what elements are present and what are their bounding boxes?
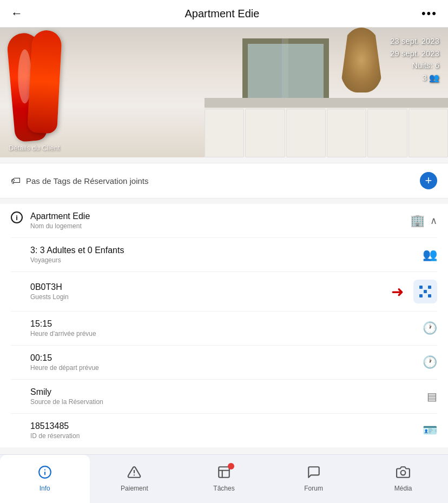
app-header: ← Apartment Edie ••• <box>0 0 448 28</box>
more-options-button[interactable]: ••• <box>421 6 437 21</box>
back-button[interactable]: ← <box>11 6 23 21</box>
media-nav-icon <box>396 465 410 482</box>
nav-tab-media[interactable]: Média <box>358 455 448 503</box>
property-name-value: Apartment Edie <box>30 211 90 221</box>
nav-tab-paiement[interactable]: Paiement <box>90 455 180 503</box>
building-icon: 🏢 <box>410 214 425 228</box>
payment-nav-icon <box>127 465 141 482</box>
property-name-row: i Apartment Edie Nom du logement 🏢 ∧ <box>11 204 437 238</box>
id-card-icon: 🪪 <box>423 423 437 438</box>
guests-label: Voyageurs <box>30 256 124 264</box>
page-title: Apartment Edie <box>185 8 260 20</box>
tasks-badge <box>228 463 234 469</box>
booking-source-label: Source de la Réservation <box>30 398 103 406</box>
nav-tab-taches[interactable]: Tâches <box>179 455 269 503</box>
arrival-time-row: 15:15 Heure d'arrivée prévue 🕐 <box>11 312 437 346</box>
nav-label-forum: Forum <box>304 485 323 492</box>
tags-left: 🏷 Pas de Tags de Réservation joints <box>11 175 149 187</box>
guests-value: 3: 3 Adultes et 0 Enfants <box>30 246 124 255</box>
guests-login-row: 0B0T3H Guests Login ➜ <box>11 272 437 312</box>
tasks-nav-icon <box>217 465 231 482</box>
nights-count: Nuits: 6 <box>390 59 439 72</box>
nav-tab-forum[interactable]: Forum <box>269 455 359 503</box>
property-image: 23 sept. 2023 29 sept. 2023 Nuits: 6 3 👥… <box>0 28 448 157</box>
guests-overlay: 3 👥 <box>390 72 439 84</box>
booking-source-value: Smily <box>30 387 103 397</box>
departure-time-row: 00:15 Heure de départ prévue 🕐 <box>11 346 437 380</box>
departure-time-label: Heure de départ prévue <box>30 364 99 372</box>
add-tag-button[interactable]: + <box>420 172 437 189</box>
departure-time-value: 00:15 <box>30 353 99 363</box>
booking-id-label: ID de réservation <box>30 432 80 440</box>
red-arrow-icon: ➜ <box>391 283 404 301</box>
tag-icon: 🏷 <box>11 175 21 187</box>
tags-section: 🏷 Pas de Tags de Réservation joints + <box>0 163 448 198</box>
nav-label-media: Média <box>394 485 412 492</box>
arrival-time-label: Heure d'arrivée prévue <box>30 330 96 337</box>
guests-row: 3: 3 Adultes et 0 Enfants Voyageurs 👥 <box>11 238 437 272</box>
info-nav-icon <box>38 465 52 482</box>
arrival-time-value: 15:15 <box>30 319 96 329</box>
booking-dates-overlay: 23 sept. 2023 29 sept. 2023 Nuits: 6 3 👥 <box>390 35 439 84</box>
pendant-lamp <box>340 28 383 92</box>
qr-code-button[interactable] <box>413 280 437 303</box>
tags-label: Pas de Tags de Réservation joints <box>26 176 149 186</box>
collapse-chevron[interactable]: ∧ <box>430 215 437 227</box>
guests-login-label: Guests Login <box>30 293 69 301</box>
client-details-label: Détails du Client <box>9 144 60 152</box>
arrival-clock-icon: 🕐 <box>423 321 437 335</box>
forum-nav-icon <box>307 465 321 482</box>
info-circle-icon: i <box>11 211 23 223</box>
kitchen-counter <box>205 98 448 157</box>
svg-rect-5 <box>219 467 229 478</box>
checkout-date: 29 sept. 2023 <box>390 48 439 60</box>
checkin-date: 23 sept. 2023 <box>390 35 439 48</box>
nav-label-paiement: Paiement <box>121 485 148 492</box>
booking-id-row: 18513485 ID de réservation 🪪 <box>11 414 437 447</box>
surfboard-decoration-2 <box>27 30 62 134</box>
svg-point-8 <box>401 470 406 475</box>
info-section: i Apartment Edie Nom du logement 🏢 ∧ 3: … <box>0 204 448 447</box>
nav-tab-info[interactable]: Info <box>0 455 90 503</box>
booking-source-row: Smily Source de la Réservation ▤ <box>11 380 437 414</box>
booking-id-value: 18513485 <box>30 421 80 431</box>
property-name-label: Nom du logement <box>30 222 90 230</box>
nav-label-info: Info <box>39 485 50 492</box>
departure-clock-icon: 🕐 <box>423 355 437 369</box>
guests-login-value: 0B0T3H <box>30 282 69 292</box>
qr-code-icon <box>419 286 431 297</box>
users-icon: 👥 <box>423 248 437 262</box>
nav-label-taches: Tâches <box>213 485 234 492</box>
source-icon: ▤ <box>427 390 437 403</box>
bottom-navigation: Info Paiement Tâches <box>0 454 448 503</box>
